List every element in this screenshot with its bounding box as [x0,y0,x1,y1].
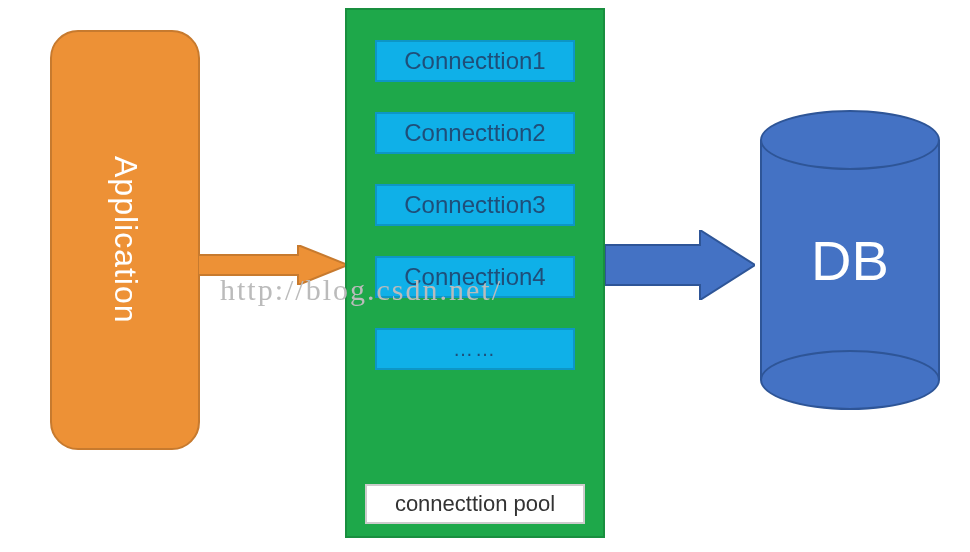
connection-pool-box: Connecttion1 Connecttion2 Connecttion3 C… [345,8,605,538]
connection-item: Connecttion3 [375,184,575,226]
database-cylinder: DB [760,110,940,410]
connection-pool-caption: connecttion pool [365,484,585,524]
connection-item-ellipsis: …… [375,328,575,370]
db-label: DB [760,110,940,410]
connection-item: Connecttion1 [375,40,575,82]
application-box: Application [50,30,200,450]
connection-item: Connecttion4 [375,256,575,298]
application-label: Application [107,156,144,324]
svg-marker-0 [198,245,348,285]
connection-item: Connecttion2 [375,112,575,154]
arrow-pool-to-db-icon [605,230,755,300]
svg-marker-1 [605,230,755,300]
arrow-app-to-pool-icon [198,245,348,285]
